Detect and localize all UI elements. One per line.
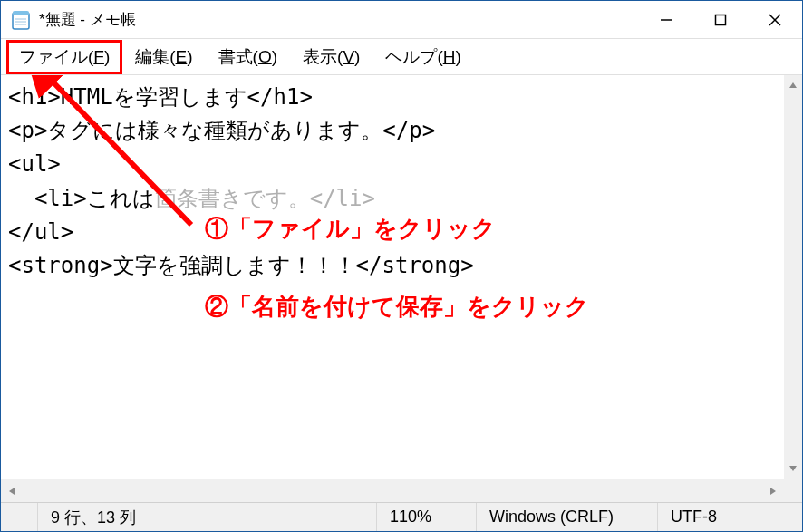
menu-edit[interactable]: 編集(E) (122, 40, 205, 74)
menu-file[interactable]: ファイル(F) (6, 40, 122, 74)
title-bar: *無題 - メモ帳 (1, 1, 802, 39)
menu-format[interactable]: 書式(O) (206, 40, 290, 74)
svg-marker-13 (9, 488, 15, 495)
status-spacer (1, 503, 37, 531)
notepad-icon (10, 9, 32, 31)
menu-edit-label: 編集( (135, 47, 175, 66)
content-area: <h1>HTMLを学習します</h1> <p>タグには様々な種類があります。</… (1, 75, 802, 502)
svg-rect-1 (13, 11, 29, 15)
menu-edit-close: ) (187, 47, 192, 66)
svg-rect-6 (716, 15, 726, 24)
menu-help-key: H (443, 47, 456, 66)
menu-help-close: ) (455, 47, 460, 66)
scroll-left-icon[interactable] (1, 479, 23, 502)
menu-view-key: V (343, 47, 354, 66)
window-title: *無題 - メモ帳 (39, 9, 639, 30)
status-bar: 9 行、13 列 110% Windows (CRLF) UTF-8 (1, 502, 802, 531)
menu-file-close: ) (104, 47, 110, 66)
status-line-ending: Windows (CRLF) (476, 503, 657, 531)
text-editor[interactable]: <h1>HTMLを学習します</h1> <p>タグには様々な種類があります。</… (1, 75, 802, 375)
menu-format-key: O (258, 47, 272, 66)
svg-marker-14 (770, 488, 776, 495)
scrollbar-corner (784, 479, 802, 502)
status-zoom: 110% (376, 503, 476, 531)
editor-line: <h1>HTMLを学習します</h1> (8, 81, 795, 114)
horizontal-scrollbar[interactable] (1, 479, 784, 502)
menu-bar: ファイル(F) 編集(E) 書式(O) 表示(V) ヘルプ(H) (1, 39, 802, 75)
status-cursor-position: 9 行、13 列 (37, 503, 376, 531)
editor-line: </ul> (8, 216, 795, 249)
vertical-scrollbar[interactable] (784, 75, 802, 479)
editor-line: <p>タグには様々な種類があります。</p> (8, 114, 795, 148)
menu-view-close: ) (354, 47, 360, 66)
menu-view-label: 表示( (303, 47, 343, 66)
editor-line: <li>これは箇条書きです。</li> (8, 182, 795, 216)
menu-format-close: ) (272, 47, 277, 66)
scroll-up-icon[interactable] (784, 75, 802, 95)
scroll-right-icon[interactable] (762, 479, 784, 502)
svg-marker-12 (789, 466, 797, 471)
svg-marker-11 (789, 82, 797, 88)
scroll-down-icon[interactable] (784, 459, 802, 479)
editor-line: <strong>文字を強調します！！！</strong> (8, 249, 795, 283)
status-encoding: UTF-8 (657, 503, 802, 531)
minimize-button[interactable] (639, 1, 693, 38)
menu-view[interactable]: 表示(V) (290, 40, 372, 74)
menu-file-key: F (93, 47, 104, 66)
close-button[interactable] (748, 1, 802, 38)
menu-help[interactable]: ヘルプ(H) (372, 40, 473, 74)
maximize-button[interactable] (693, 1, 748, 38)
menu-file-label: ファイル( (19, 47, 93, 66)
menu-edit-key: E (176, 47, 188, 66)
menu-format-label: 書式( (218, 47, 258, 66)
editor-line: <ul> (8, 148, 795, 181)
window-controls (639, 1, 802, 38)
menu-help-label: ヘルプ( (385, 47, 442, 66)
